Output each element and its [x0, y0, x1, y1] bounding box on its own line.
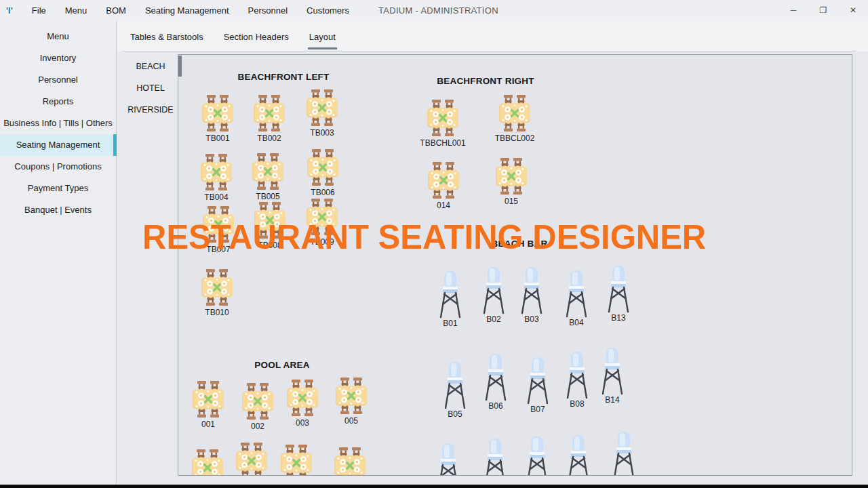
stool-label: B08 [570, 399, 584, 409]
stool-label: B07 [530, 405, 545, 414]
barstool-icon [612, 430, 636, 476]
tab-layout[interactable]: Layout [308, 32, 337, 49]
stool[interactable] [525, 435, 549, 476]
barstool-icon [565, 350, 589, 399]
stool-b07[interactable]: B07 [526, 356, 550, 407]
minimize-button[interactable]: ─ [778, 0, 808, 21]
table-label: TB003 [310, 128, 334, 138]
stool-b01[interactable]: B01 [438, 270, 462, 321]
table[interactable] [234, 443, 269, 476]
menu-item-seating-management[interactable]: Seating Management [136, 0, 239, 21]
table-label: TB004 [204, 192, 228, 202]
table-tb002[interactable]: TB002 [252, 95, 287, 134]
close-button[interactable]: ✕ [838, 0, 868, 21]
menu-item-customers[interactable]: Customers [297, 0, 359, 21]
app-icon: 'I' [6, 5, 13, 16]
tab-divider [122, 51, 856, 52]
section-list: BEACHHOTELRIVERSIDE [125, 60, 176, 125]
menu-item-bom[interactable]: BOM [96, 0, 136, 21]
barstool-icon [443, 361, 467, 409]
table-tb010[interactable]: TB010 [199, 269, 235, 308]
barstool-icon [566, 434, 591, 476]
sidebar-item-inventory[interactable]: Inventory [0, 47, 116, 69]
section-heading-pool-area: POOL AREA [254, 360, 309, 370]
sidebar-item-payment-types[interactable]: Payment Types [0, 178, 116, 199]
table-icon [199, 269, 235, 306]
menu-item-personnel[interactable]: Personnel [239, 0, 298, 21]
section-heading-beachfront-right: BEACHFRONT RIGHT [437, 76, 534, 86]
table-icon [250, 153, 285, 190]
table-001[interactable]: 001 [191, 381, 226, 420]
sidebar-item-reports[interactable]: Reports [0, 91, 116, 113]
tab-section-headers[interactable]: Section Headers [222, 32, 290, 49]
layout-canvas[interactable]: BEACHFRONT LEFTBEACHFRONT RIGHTBEACH BAR… [178, 54, 852, 476]
table-015[interactable]: 015 [494, 158, 529, 197]
table-icon [252, 95, 287, 131]
menu-item-file[interactable]: File [22, 0, 56, 21]
table-icon [190, 449, 225, 476]
stool-label: B04 [569, 318, 583, 327]
table[interactable] [190, 449, 225, 476]
sidebar-item-coupons-promotions[interactable]: Coupons | Promotions [0, 156, 116, 178]
table-icon [494, 158, 529, 195]
stool[interactable] [483, 437, 507, 476]
sidebar-item-personnel[interactable]: Personnel [0, 69, 116, 91]
table-tb006[interactable]: TB006 [305, 149, 340, 188]
table[interactable] [332, 447, 368, 476]
window-title: TADIUM - ADMINISTRATION [378, 0, 498, 21]
table-icon [279, 445, 314, 476]
section-item-beach[interactable]: BEACH [125, 60, 176, 81]
bottom-edge [0, 485, 868, 488]
barstool-icon [526, 356, 550, 405]
stool-b02[interactable]: B02 [481, 266, 506, 317]
restore-button[interactable]: ❐ [808, 0, 838, 21]
menu-item-menu[interactable]: Menu [56, 0, 97, 21]
table-002[interactable]: 002 [240, 383, 275, 422]
table-icon [240, 383, 275, 420]
barstool-icon [525, 435, 549, 476]
stool[interactable] [566, 434, 591, 476]
stool-b13[interactable]: B13 [606, 264, 631, 316]
table-icon [305, 149, 340, 186]
stool-b08[interactable]: B08 [565, 350, 589, 402]
table-005[interactable]: 005 [334, 378, 369, 417]
table-tbbcl002[interactable]: TBBCL002 [497, 95, 532, 134]
table-003[interactable]: 003 [285, 380, 320, 419]
section-item-hotel[interactable]: HOTEL [125, 81, 176, 103]
stool-b03[interactable]: B03 [519, 266, 544, 317]
section-item-riverside[interactable]: RIVERSIDE [125, 103, 176, 125]
stool-b14[interactable]: B14 [600, 346, 625, 398]
window-controls: ─❐✕ [778, 0, 868, 21]
sidebar: MenuInventoryPersonnelReportsBusiness In… [0, 21, 117, 485]
stool-b04[interactable]: B04 [564, 269, 589, 321]
table-label: TBBCHL001 [420, 138, 465, 148]
table[interactable] [279, 445, 314, 476]
stool-label: B06 [488, 401, 502, 411]
table-tb003[interactable]: TB003 [304, 89, 340, 129]
table-icon [234, 443, 269, 476]
barstool-icon [438, 270, 462, 319]
table-tb005[interactable]: TB005 [250, 153, 285, 192]
table-label: TB005 [256, 192, 279, 201]
sidebar-item-menu[interactable]: Menu [0, 26, 116, 47]
table-014[interactable]: 014 [426, 162, 461, 201]
sidebar-item-seating-management[interactable]: Seating Management [0, 134, 116, 156]
table-tbbchl001[interactable]: TBBCHL001 [425, 100, 460, 139]
sidebar-item-business-info-tills-others[interactable]: Business Info | Tills | Others [0, 113, 116, 134]
table-label: 015 [505, 197, 518, 206]
stool-label: B05 [448, 409, 462, 419]
stool[interactable] [436, 442, 460, 476]
sidebar-item-banquet-events[interactable]: Banquet | Events [0, 199, 116, 221]
table-icon [200, 95, 235, 131]
stool-b05[interactable]: B05 [443, 361, 467, 412]
table-label: TB006 [311, 188, 334, 197]
canvas-scrollbar-thumb[interactable] [178, 56, 182, 77]
tab-tables-barstools[interactable]: Tables & Barstools [129, 32, 205, 49]
watermark-text: RESTAURANT SEATING DESIGNER [142, 218, 706, 257]
table-tb001[interactable]: TB001 [200, 95, 235, 134]
table-tb004[interactable]: TB004 [199, 154, 234, 193]
barstool-icon [484, 352, 508, 401]
stool-b06[interactable]: B06 [484, 352, 508, 404]
table-label: TB010 [205, 308, 229, 317]
stool[interactable] [612, 430, 636, 476]
